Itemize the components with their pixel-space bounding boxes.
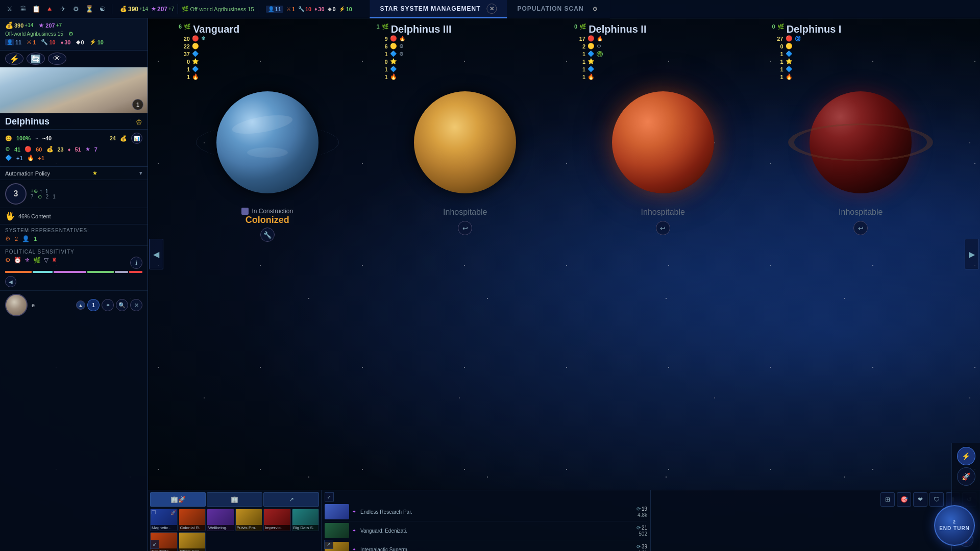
notif-item-1[interactable]: ✦ Endless Research Par. ⟳ 19 4.8k	[325, 503, 647, 521]
toolbar-icon-shield[interactable]: 🛡	[929, 492, 944, 507]
notif-title-1: Endless Research Par.	[360, 509, 633, 515]
planet-action-2[interactable]: 🔄	[27, 53, 45, 65]
colonized-label: Colonized	[241, 215, 293, 226]
return-button-3[interactable]: ↩	[458, 221, 472, 235]
tab-population-scan[interactable]: POPULATION SCAN ⊙	[507, 0, 610, 18]
agent-search-button[interactable]: 🔍	[116, 299, 128, 311]
queue-item-6-label: Big Data S.	[292, 525, 319, 531]
political-bar	[5, 271, 142, 273]
nav-left-arrow[interactable]: ◀	[149, 239, 163, 269]
stat-bonus2: +1	[38, 155, 45, 161]
queue-item-1-label: Magnetic .	[151, 525, 177, 531]
queue-item-2-label: Colonial R.	[179, 525, 206, 531]
side-btn-ship[interactable]: 🚀	[957, 467, 975, 486]
toolbar-icon-target[interactable]: 🎯	[897, 492, 911, 507]
automation-dropdown[interactable]: ▾	[139, 170, 142, 177]
pol-icon-3: ⚜	[24, 257, 30, 269]
soldiers-icon: ⚔	[286, 6, 291, 12]
icon-hourglass[interactable]: ⏳	[84, 4, 95, 15]
notif-val1-1: 19	[642, 506, 647, 512]
queue-count: 3	[14, 189, 18, 198]
build-queue-section: 3 +⊕ ↑ ⇑ 7 ⊙ 2 1	[0, 180, 148, 208]
notif-expand-btn[interactable]: ↙	[325, 492, 334, 502]
inhospitable-label-1: Inhospitable	[839, 208, 883, 217]
bottom-panel: 🏢🚀 🏢 ↗ 🚀 Magnetic . Colonial R.	[148, 490, 980, 551]
icon-sword[interactable]: ⚔	[4, 4, 15, 15]
agent-level: 1	[92, 303, 95, 308]
sidebar-planet-name-row: Delphinus ♔	[0, 113, 148, 130]
agent-close-button[interactable]: ✕	[130, 299, 142, 311]
toolbar-icon-grid[interactable]: ⊞	[880, 492, 895, 507]
queue-tab-expand[interactable]: ↗	[263, 492, 319, 507]
vanguard-stats: 20🔴❄ 22🟡 37🔷 0⭐ 1🔷 1🔥	[168, 35, 366, 81]
sidebar-agribusiness-icon: ⚙	[68, 31, 74, 37]
credits-income: +14	[139, 6, 148, 12]
return-button-1[interactable]: ↩	[853, 221, 868, 235]
notif-item-2[interactable]: ✦ Vanguard: Edenizati. ⟳ 21 502	[325, 521, 647, 540]
icon-triangle[interactable]: 🔺	[44, 4, 55, 15]
notif-val2-2: 502	[639, 531, 647, 537]
wrench-button[interactable]: 🔧	[260, 228, 275, 242]
toolbar-icon-heart[interactable]: ❤	[913, 492, 927, 507]
automation-star-icon: ★	[92, 170, 97, 177]
pol-icon-5: ▽	[44, 257, 48, 269]
queue-item-3[interactable]: Wellbeing.	[207, 509, 234, 531]
queue-item-2[interactable]: Colonial R.	[179, 509, 206, 531]
resource-group-credits: 💰 390 +14 ★ 207 +7	[120, 6, 174, 13]
sidebar-influence: 207	[45, 22, 55, 29]
queue-item-8[interactable]: Chain Gan.	[179, 532, 206, 551]
pol-info-button[interactable]: ℹ	[130, 257, 142, 269]
sidebar-influence-income: +7	[56, 22, 62, 28]
end-turn-count: 2	[953, 519, 956, 524]
icon-plane[interactable]: ✈	[57, 4, 68, 15]
sidebar: 💰 390 +14 ★ 207 +7 Off-world Agribusines…	[0, 18, 148, 551]
agent-action-icon[interactable]: ✦	[102, 299, 114, 311]
agent-level-badge[interactable]: 1	[87, 299, 100, 311]
notif-title-3: Intergalactic Superm.	[360, 547, 633, 552]
side-btn-lightning[interactable]: ⚡	[957, 447, 975, 465]
stat-happiness-icon: 😊	[5, 135, 12, 142]
pop-scan-icon[interactable]: ⊙	[590, 4, 600, 14]
credits-value: 390	[128, 6, 138, 13]
tab-star-system-management[interactable]: STAR SYSTEM MANAGEMENT ✕	[370, 0, 507, 18]
notif-item-3[interactable]: ✦ Intergalactic Superm. ⟳ 39 4.6k	[325, 540, 647, 551]
planet-delphinus1[interactable]	[810, 91, 912, 193]
notif-expand-corner[interactable]: ↗	[324, 540, 333, 549]
queue-item-1[interactable]: 🚀 Magnetic .	[150, 509, 178, 531]
queue-tab-2[interactable]: 🏢	[207, 492, 262, 507]
pol-icon-2: ⏰	[14, 257, 21, 269]
queue-item-5-label: Impervio.	[264, 525, 290, 531]
ssm-close-button[interactable]: ✕	[487, 4, 497, 14]
system-reps-section: System representatives: ⚙ 2 👤 1	[0, 224, 148, 246]
queue-expand-btn[interactable]: ↙	[150, 540, 159, 549]
planet-delphinus3[interactable]	[414, 91, 516, 193]
sidebar-nav-icon[interactable]: ◀	[5, 276, 16, 287]
vanguard-name: Vanguard	[193, 23, 239, 35]
queue-item-4[interactable]: Pulvis Pro.	[235, 509, 263, 531]
stat-influence-icon: ★	[85, 146, 90, 153]
delphinus1-status: Inhospitable ↩	[839, 208, 883, 235]
planet-delphinus2[interactable]	[612, 91, 714, 193]
return-button-2[interactable]: ↩	[656, 221, 670, 235]
notif-icon-1: ✦	[352, 509, 356, 514]
planet-action-3[interactable]: 👁	[48, 53, 66, 65]
icon-gear[interactable]: ⚙	[70, 4, 82, 15]
planet-index: 1	[132, 99, 143, 110]
delphinus1-leaf-count: 0	[772, 23, 775, 30]
queue-item-5[interactable]: Impervio.	[263, 509, 291, 531]
planet-action-1[interactable]: ⚡	[5, 53, 23, 65]
icon-yin-yang[interactable]: ☯	[97, 4, 108, 15]
sidebar-soldiers: 1	[33, 39, 36, 45]
queue-item-3-label: Wellbeing.	[207, 525, 234, 531]
queue-item-6[interactable]: Big Data S.	[292, 509, 320, 531]
nav-right-arrow[interactable]: ▶	[965, 239, 979, 269]
notif-title-2: Vanguard: Edenizati.	[360, 528, 633, 534]
rep2-val: 1	[34, 236, 37, 242]
credits-info-button[interactable]: 📊	[131, 133, 142, 144]
queue-tab-1[interactable]: 🏢🚀	[150, 492, 206, 507]
planet-vanguard[interactable]	[216, 91, 318, 193]
icon-clipboard[interactable]: 📋	[31, 4, 42, 15]
stat-industry-icon: ⚙	[5, 146, 10, 153]
icon-temple[interactable]: 🏛	[17, 4, 29, 15]
end-turn-button[interactable]: 2 END TURN	[934, 505, 975, 546]
